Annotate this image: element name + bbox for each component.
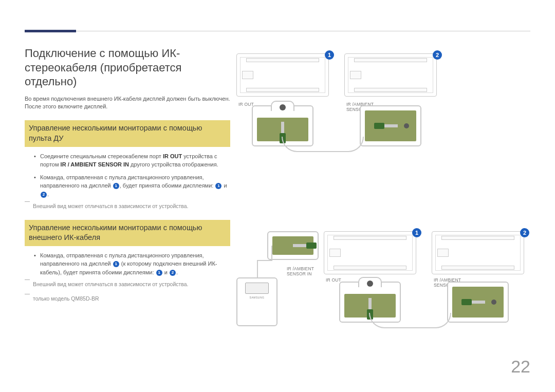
text-column: Подключение с помощью ИК-стереокабеля (п… bbox=[25, 46, 230, 309]
section1-note: Внешний вид может отличаться в зависимос… bbox=[25, 202, 230, 211]
header-accent bbox=[25, 30, 76, 32]
cable-icon bbox=[257, 260, 272, 261]
badge-1-icon: 1 bbox=[156, 270, 162, 276]
badge-1-icon: 1 bbox=[113, 183, 119, 189]
page-title: Подключение с помощью ИК-стереокабеля (п… bbox=[25, 46, 230, 89]
list-item: Соедините специальным стереокабелем порт… bbox=[34, 152, 230, 169]
section1-list: Соедините специальным стереокабелем порт… bbox=[34, 152, 230, 199]
port-name: IR / AMBIENT SENSOR IN bbox=[61, 161, 129, 167]
monitor-rear-icon bbox=[344, 53, 437, 97]
section2-note2: только модель QM85D-BR bbox=[25, 295, 230, 303]
section2-note1: Внешний вид может отличаться в зависимос… bbox=[25, 281, 230, 289]
monitor-rear-icon bbox=[324, 231, 416, 274]
label-ir-out: IR OUT bbox=[326, 277, 341, 283]
header-rule bbox=[25, 31, 530, 31]
badge-1-icon: 1 bbox=[412, 228, 421, 237]
monitor-rear-icon bbox=[432, 231, 524, 274]
cable-icon bbox=[369, 313, 451, 328]
cable-icon bbox=[257, 260, 258, 277]
port-hole-icon bbox=[404, 123, 409, 128]
port-panel bbox=[360, 105, 421, 146]
text: Соедините специальным стереокабелем порт bbox=[40, 153, 163, 159]
brand-label: SAMSUNG bbox=[237, 296, 276, 299]
section1-title: Управление несколькими мониторами с помо… bbox=[25, 120, 230, 146]
badge-1-icon: 1 bbox=[215, 183, 221, 189]
text: , будет принята обоими дисплеями: bbox=[120, 182, 215, 189]
cable-icon bbox=[271, 246, 272, 261]
label-ir-out: IR OUT bbox=[238, 102, 254, 107]
list-item: Команда, отправленная с пульта дистанцио… bbox=[34, 251, 230, 277]
text: и bbox=[163, 269, 169, 275]
text: другого устройства отображения. bbox=[129, 161, 218, 167]
port-hole-icon bbox=[491, 300, 496, 305]
badge-2-icon: 2 bbox=[520, 228, 529, 237]
text: . bbox=[176, 269, 178, 275]
text: и bbox=[222, 182, 227, 189]
list-item: Команда, отправленная с пульта дистанцио… bbox=[34, 173, 230, 199]
port-panel bbox=[267, 231, 319, 260]
badge-2-icon: 2 bbox=[41, 192, 47, 198]
label-ir-ambient: IR /AMBIENT SENSOR IN bbox=[287, 266, 318, 276]
badge-2-icon: 2 bbox=[170, 270, 176, 276]
cable-icon bbox=[282, 137, 364, 152]
external-ir-sensor-icon: SAMSUNG bbox=[236, 277, 278, 326]
badge-1-icon: 1 bbox=[325, 50, 334, 60]
page-number: 22 bbox=[511, 357, 530, 377]
section2-title: Управление несколькими мониторами с помо… bbox=[25, 220, 230, 246]
port-panel bbox=[447, 282, 509, 323]
badge-2-icon: 2 bbox=[433, 50, 442, 60]
port-name: IR OUT bbox=[163, 153, 182, 159]
badge-1-icon: 1 bbox=[113, 261, 119, 267]
text: . bbox=[47, 191, 49, 197]
section2-list: Команда, отправленная с пульта дистанцио… bbox=[34, 251, 230, 277]
intro-text: Во время подключения внешнего ИК-кабеля … bbox=[25, 95, 230, 111]
monitor-rear-icon bbox=[236, 53, 329, 97]
